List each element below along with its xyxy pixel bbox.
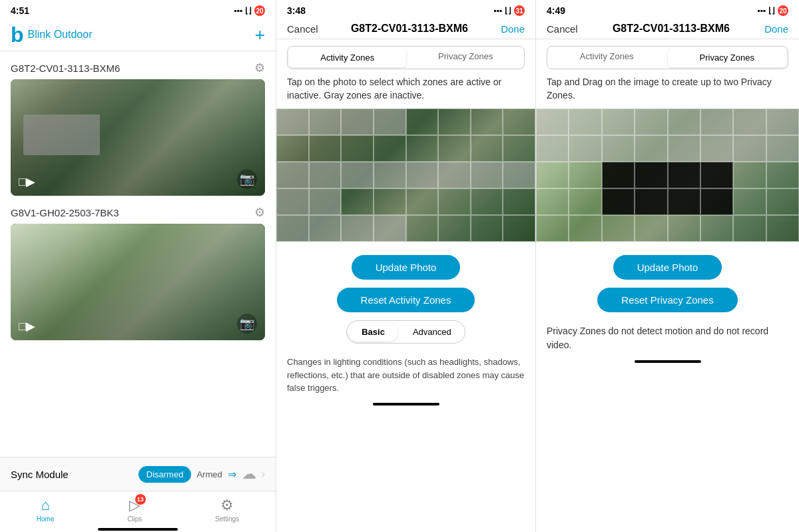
grid-cell-activity[interactable]	[341, 188, 374, 215]
grid-cell-privacy[interactable]	[733, 188, 766, 215]
grid-cell-activity[interactable]	[503, 215, 535, 242]
cancel-button-2[interactable]: Cancel	[287, 23, 318, 35]
camera-icon-2[interactable]: 📷	[237, 314, 257, 334]
grid-cell-privacy[interactable]	[536, 162, 569, 188]
reset-activity-zones-button[interactable]: Reset Activity Zones	[337, 288, 475, 312]
grid-cell-privacy[interactable]	[602, 135, 635, 162]
grid-cell-activity[interactable]	[471, 188, 503, 215]
grid-cell-privacy[interactable]	[766, 109, 799, 135]
grid-cell-activity[interactable]	[276, 162, 309, 188]
grid-cell-privacy[interactable]	[668, 188, 700, 215]
grid-cell-activity[interactable]	[309, 135, 342, 162]
grid-cell-activity[interactable]	[503, 188, 535, 215]
grid-cell-activity[interactable]	[503, 135, 535, 162]
grid-cell-activity[interactable]	[503, 162, 535, 188]
armed-button[interactable]: Armed	[196, 469, 222, 479]
grid-cell-activity[interactable]	[276, 215, 309, 242]
grid-cell-privacy[interactable]	[602, 109, 635, 135]
grid-cell-activity[interactable]	[406, 135, 439, 162]
grid-cell-privacy[interactable]	[700, 215, 733, 242]
grid-cell-activity[interactable]	[309, 188, 342, 215]
advanced-button[interactable]: Advanced	[400, 321, 465, 343]
grid-cell-privacy[interactable]	[733, 135, 766, 162]
grid-cell-activity[interactable]	[406, 162, 439, 188]
update-photo-button-2[interactable]: Update Photo	[352, 255, 461, 280]
grid-cell-activity[interactable]	[309, 109, 342, 135]
grid-cell-activity[interactable]	[276, 135, 309, 162]
grid-cell-privacy[interactable]	[733, 215, 766, 242]
grid-cell-activity[interactable]	[374, 109, 406, 135]
grid-cell-privacy[interactable]	[536, 109, 569, 135]
grid-cell-activity[interactable]	[276, 109, 309, 135]
grid-cell-privacy[interactable]	[668, 215, 700, 242]
grid-cell-activity[interactable]	[276, 188, 309, 215]
grid-cell-privacy[interactable]	[635, 162, 667, 188]
tab-activity-zones-2[interactable]: Activity Zones	[289, 48, 406, 67]
grid-cell-activity[interactable]	[374, 135, 406, 162]
tab-privacy-zones-2[interactable]: Privacy Zones	[407, 47, 525, 69]
zone-image-3[interactable]	[536, 109, 799, 242]
grid-cell-privacy[interactable]	[602, 162, 635, 188]
grid-cell-privacy[interactable]	[733, 109, 766, 135]
camera-settings-icon-2[interactable]: ⚙	[254, 205, 265, 220]
basic-button[interactable]: Basic	[348, 322, 398, 342]
grid-cell-activity[interactable]	[309, 162, 342, 188]
grid-cell-privacy[interactable]	[569, 215, 601, 242]
tab-home[interactable]: ⌂ Home	[37, 497, 55, 523]
grid-cell-activity[interactable]	[438, 109, 471, 135]
grid-cell-activity[interactable]	[406, 109, 439, 135]
camera-settings-icon-1[interactable]: ⚙	[254, 61, 265, 75]
grid-cell-privacy[interactable]	[700, 162, 733, 188]
grid-cell-activity[interactable]	[374, 215, 406, 242]
grid-cell-privacy[interactable]	[668, 162, 700, 188]
grid-cell-privacy[interactable]	[569, 162, 601, 188]
grid-cell-activity[interactable]	[471, 162, 503, 188]
grid-cell-activity[interactable]	[341, 215, 374, 242]
cancel-button-3[interactable]: Cancel	[547, 23, 578, 35]
camera-icon-1[interactable]: 📷	[237, 169, 257, 189]
grid-cell-activity[interactable]	[438, 188, 471, 215]
tab-clips[interactable]: ▷ 13 Clips	[127, 497, 142, 523]
grid-cell-privacy[interactable]	[602, 215, 635, 242]
grid-cell-privacy[interactable]	[635, 215, 667, 242]
grid-cell-privacy[interactable]	[635, 135, 667, 162]
grid-cell-privacy[interactable]	[700, 188, 733, 215]
grid-cell-privacy[interactable]	[635, 188, 667, 215]
grid-cell-activity[interactable]	[341, 135, 374, 162]
done-button-3[interactable]: Done	[764, 23, 788, 35]
grid-cell-activity[interactable]	[471, 135, 503, 162]
grid-cell-privacy[interactable]	[536, 188, 569, 215]
tab-privacy-zones-3[interactable]: Privacy Zones	[668, 48, 787, 67]
grid-cell-privacy[interactable]	[635, 109, 667, 135]
grid-cell-activity[interactable]	[406, 215, 439, 242]
grid-cell-privacy[interactable]	[766, 188, 799, 215]
grid-cell-activity[interactable]	[503, 109, 535, 135]
add-button[interactable]: +	[255, 25, 265, 45]
grid-cell-privacy[interactable]	[766, 215, 799, 242]
grid-cell-activity[interactable]	[341, 162, 374, 188]
grid-cell-privacy[interactable]	[569, 188, 601, 215]
grid-cell-privacy[interactable]	[766, 135, 799, 162]
zone-image-2[interactable]	[276, 109, 535, 242]
grid-cell-privacy[interactable]	[569, 109, 601, 135]
camera-thumbnail-2[interactable]: □▶ 📷	[11, 224, 265, 340]
camera-thumbnail-1[interactable]: □▶ 📷	[11, 79, 265, 196]
grid-cell-privacy[interactable]	[668, 109, 700, 135]
grid-cell-privacy[interactable]	[700, 109, 733, 135]
grid-cell-privacy[interactable]	[569, 135, 601, 162]
grid-cell-privacy[interactable]	[602, 188, 635, 215]
reset-privacy-zones-button[interactable]: Reset Privacy Zones	[597, 288, 737, 312]
tab-settings[interactable]: ⚙ Settings	[215, 497, 239, 523]
grid-cell-activity[interactable]	[438, 135, 471, 162]
grid-cell-privacy[interactable]	[733, 162, 766, 188]
grid-cell-privacy[interactable]	[766, 162, 799, 188]
grid-cell-activity[interactable]	[471, 215, 503, 242]
grid-cell-activity[interactable]	[374, 188, 406, 215]
grid-cell-activity[interactable]	[406, 188, 439, 215]
done-button-2[interactable]: Done	[501, 23, 525, 35]
grid-cell-privacy[interactable]	[536, 135, 569, 162]
grid-cell-activity[interactable]	[309, 215, 342, 242]
tab-activity-zones-3[interactable]: Activity Zones	[547, 47, 666, 69]
disarmed-button[interactable]: Disarmed	[138, 466, 192, 483]
grid-cell-activity[interactable]	[471, 109, 503, 135]
